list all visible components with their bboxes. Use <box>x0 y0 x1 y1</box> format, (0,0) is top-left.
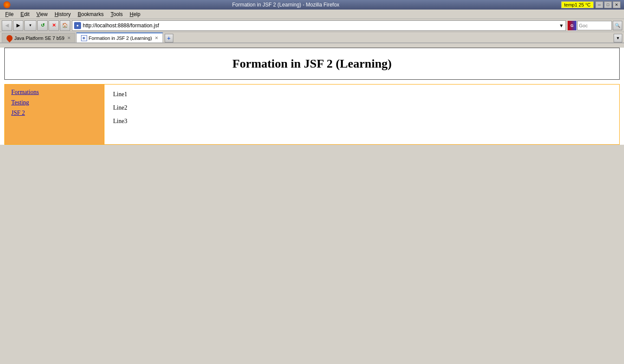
tab-java-close[interactable]: ✕ <box>67 36 71 40</box>
stop-button[interactable]: ✕ <box>49 20 59 31</box>
tab-java-label: Java Platform SE 7 b59 <box>14 36 65 41</box>
nav-bar: ◀ ▶ ▼ ↺ ✕ 🏠 ● ▼ G 🔍 <box>0 19 624 32</box>
new-tab-button[interactable]: + <box>165 34 173 42</box>
search-input[interactable] <box>577 21 612 30</box>
url-input[interactable] <box>83 23 559 29</box>
menu-file[interactable]: File <box>2 10 17 18</box>
search-area: G 🔍 <box>568 21 622 30</box>
menu-history[interactable]: History <box>51 10 74 18</box>
content-line-3: Line3 <box>113 118 611 125</box>
tab-formation-close[interactable]: ✕ <box>155 36 158 40</box>
page-header: Formation in JSF 2 (Learning) <box>4 48 620 80</box>
content-line-2: Line2 <box>113 104 611 111</box>
tab-formation[interactable]: ◉ Formation in JSF 2 (Learning) ✕ <box>76 32 163 42</box>
menu-edit[interactable]: Edit <box>17 10 33 18</box>
menu-bar: File Edit View History Bookmarks Tools H… <box>0 10 624 19</box>
content-area: Line1 Line2 Line3 <box>104 84 619 144</box>
tab-formation-label: Formation in JSF 2 (Learning) <box>89 36 152 41</box>
search-button[interactable]: 🔍 <box>613 21 622 30</box>
restore-button[interactable]: □ <box>604 1 612 8</box>
tabs-bar: Java Platform SE 7 b59 ✕ ◉ Formation in … <box>0 32 624 43</box>
page-icon: ● <box>74 22 81 29</box>
temp-badge: temp1 25 °C <box>561 1 594 8</box>
java-icon <box>5 34 14 42</box>
menu-view[interactable]: View <box>33 10 51 18</box>
home-button[interactable]: 🏠 <box>60 20 70 31</box>
menu-tools[interactable]: Tools <box>107 10 126 18</box>
menu-bookmarks[interactable]: Bookmarks <box>74 10 107 18</box>
back-button[interactable]: ◀ <box>2 20 12 31</box>
browser-content: Formation in JSF 2 (Learning) Formations… <box>0 48 624 145</box>
address-dropdown-button[interactable]: ▼ <box>559 23 564 28</box>
sidebar-link-testing[interactable]: Testing <box>11 99 98 106</box>
title-bar: Formation in JSF 2 (Learning) - Mozilla … <box>0 0 624 10</box>
sidebar-link-formations[interactable]: Formations <box>11 89 98 96</box>
page-title: Formation in JSF 2 (Learning) <box>13 57 611 71</box>
minimize-button[interactable]: ─ <box>595 1 603 8</box>
tab-java[interactable]: Java Platform SE 7 b59 ✕ <box>2 33 75 42</box>
sidebar: Formations Testing JSF 2 <box>5 84 104 144</box>
refresh-button[interactable]: ↺ <box>37 20 48 31</box>
content-line-1: Line1 <box>113 91 611 98</box>
firefox-logo-icon <box>3 1 10 8</box>
forward-dropdown-button[interactable]: ▼ <box>24 20 36 31</box>
close-button[interactable]: ✕ <box>613 1 621 8</box>
formation-tab-icon: ◉ <box>81 35 87 41</box>
forward-button[interactable]: ▶ <box>13 20 23 31</box>
window-title: Formation in JSF 2 (Learning) - Mozilla … <box>10 2 561 8</box>
tabs-dropdown-button[interactable]: ▼ <box>614 34 622 42</box>
address-bar: ● ▼ <box>72 20 566 31</box>
search-engine-icon: G <box>568 21 576 30</box>
sidebar-link-jsf2[interactable]: JSF 2 <box>11 110 98 117</box>
menu-help[interactable]: Help <box>126 10 144 18</box>
page-layout: Formations Testing JSF 2 Line1 Line2 Lin… <box>4 84 620 145</box>
window-controls: ─ □ ✕ <box>595 1 621 8</box>
